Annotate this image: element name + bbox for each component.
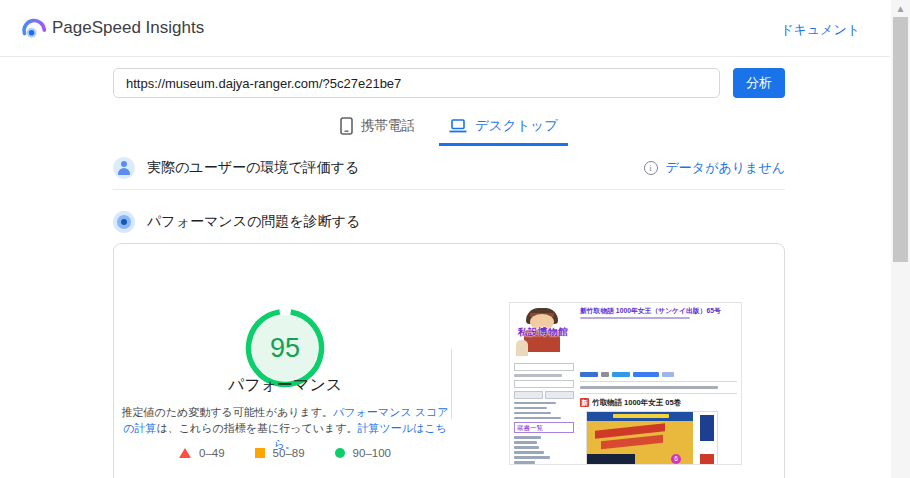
scrollbar-thumb[interactable] [893, 17, 908, 262]
app-header: PageSpeed Insights ドキュメント [0, 0, 890, 57]
desktop-laptop-icon [449, 119, 467, 134]
link-placeholder-bar [514, 412, 551, 415]
page-screenshot-thumbnail: 私設博物館 蔵書一覧 新竹取物語 [509, 302, 742, 465]
thumb-page-title: 新竹取物語 1000年女王（サンケイ出版）65号 [580, 307, 737, 315]
cover-spine-top [700, 415, 714, 441]
tab-mobile-label: 携帯電話 [361, 117, 415, 135]
field-data-title: 実際のユーザーの環境で評価する [147, 159, 359, 177]
link-placeholder-bar [514, 441, 537, 444]
real-users-icon [113, 157, 135, 179]
url-input[interactable] [113, 68, 720, 98]
link-placeholder-bar [514, 461, 535, 464]
legend-item-poor: 0–49 [179, 447, 225, 459]
disclaimer-text-1: 推定値のため変動する可能性があります。 [122, 406, 334, 418]
performance-report-card: 95 パフォーマンス 推定値のため変動する可能性があります。パフォーマンス スコ… [113, 243, 785, 478]
tab-desktop[interactable]: デスクトップ [439, 111, 568, 146]
orange-square-icon [255, 448, 265, 458]
cover-issue-circle: 6 [671, 454, 681, 464]
legend-range-poor: 0–49 [199, 447, 225, 459]
page-title: PageSpeed Insights [52, 0, 204, 56]
link-placeholder-bar [514, 446, 539, 449]
link-placeholder-bar [514, 417, 561, 420]
share-button-placeholder [633, 372, 659, 377]
vertical-divider [451, 349, 452, 419]
legend-range-average: 50–89 [273, 447, 305, 459]
share-button-placeholder [612, 372, 630, 377]
share-button-placeholder [601, 372, 609, 377]
sidebar-dropdown-placeholder [514, 363, 574, 371]
field-data-status[interactable]: i データがありません [644, 159, 785, 177]
cover-spine-bottom [700, 454, 714, 466]
disclaimer-text-2: は、これらの指標を基に行っています。 [156, 422, 357, 434]
analyze-button[interactable]: 分析 [733, 68, 785, 98]
cover-band-text-placeholder [613, 414, 669, 418]
mascot-cat [516, 340, 528, 356]
text-placeholder-bar [514, 374, 562, 377]
score-disclaimer: 推定値のため変動する可能性があります。パフォーマンス スコアの計算は、これらの指… [120, 404, 450, 452]
sidebar-search-placeholder [514, 380, 574, 388]
thumb-sidebar: 私設博物館 蔵書一覧 [514, 306, 574, 465]
cover-body: 6 [587, 421, 693, 466]
link-placeholder-bar [514, 436, 541, 439]
link-placeholder-bar [514, 407, 547, 410]
thumb-divider [580, 381, 737, 382]
pagespeed-insights-page: PageSpeed Insights ドキュメント 分析 携帯電話 デスクトップ… [0, 0, 910, 478]
diagnose-gauge-icon [113, 211, 135, 233]
thumb-article-heading: 新 竹取物語 1000年女王 05巻 [580, 398, 737, 408]
section-divider [113, 189, 785, 190]
manga-cover-image: 6 [586, 411, 718, 466]
tab-desktop-label: デスクトップ [475, 117, 558, 135]
documentation-link[interactable]: ドキュメント [780, 21, 860, 39]
green-circle-icon [335, 448, 345, 458]
share-button-placeholder [662, 372, 674, 377]
score-legend: 0–49 50–89 90–100 [114, 447, 456, 459]
thumb-divider [580, 393, 737, 394]
pagespeed-logo-icon [20, 15, 47, 42]
device-tabs: 携帯電話 デスクトップ [113, 111, 785, 146]
no-data-label: データがありません [666, 159, 785, 177]
diagnose-section-header[interactable]: パフォーマンスの問題を診断する [113, 207, 785, 237]
breadcrumb-placeholder [580, 317, 690, 319]
site-name-overlay: 私設博物館 [514, 326, 572, 339]
red-triangle-icon [179, 448, 191, 458]
link-placeholder-bar [514, 456, 550, 459]
tags-placeholder-bar [580, 386, 718, 389]
diagnose-title: パフォーマンスの問題を診断する [147, 213, 360, 231]
info-icon: i [644, 161, 658, 175]
scrollbar-up-arrow[interactable]: ▲ [891, 2, 910, 16]
new-badge: 新 [580, 398, 589, 407]
thumb-article-area: 新竹取物語 1000年女王（サンケイ出版）65号 新 竹取物語 1000年女王 … [580, 307, 737, 465]
performance-label: パフォーマンス [160, 375, 410, 396]
link-placeholder-bar [514, 402, 556, 405]
cover-photo-area [587, 454, 635, 466]
sidebar-tabs-placeholder [514, 391, 574, 399]
sidebar-list-box: 蔵書一覧 [514, 422, 574, 433]
legend-range-good: 90–100 [353, 447, 391, 459]
legend-item-good: 90–100 [335, 447, 391, 459]
link-placeholder-bar [514, 451, 544, 454]
legend-item-average: 50–89 [255, 447, 305, 459]
mobile-phone-icon [340, 117, 353, 135]
share-button-placeholder [580, 372, 598, 377]
social-buttons-placeholder [580, 372, 737, 377]
page-scrollbar[interactable]: ▲ [891, 0, 910, 478]
article-heading-text: 竹取物語 1000年女王 05巻 [592, 398, 681, 408]
field-data-section-header[interactable]: 実際のユーザーの環境で評価する i データがありません [113, 153, 785, 183]
site-mascot-image: 私設博物館 [514, 306, 572, 360]
tab-mobile[interactable]: 携帯電話 [330, 111, 425, 146]
